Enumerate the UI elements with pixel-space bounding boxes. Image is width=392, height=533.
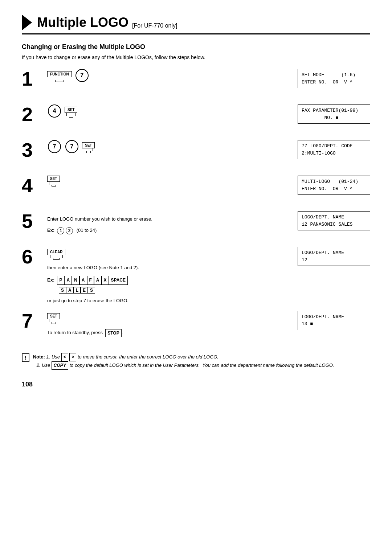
step-5-text: Enter LOGO number you wish to change or … xyxy=(47,211,298,234)
step-5-ex-label: Ex: xyxy=(47,227,56,233)
set-key-3[interactable]: SET xyxy=(82,142,95,153)
clear-key-foot xyxy=(50,255,63,260)
key-X: X xyxy=(102,276,109,285)
step-7-text: SET To return to standby, press STOP. xyxy=(47,311,298,337)
function-key[interactable]: FUNCTION xyxy=(47,71,72,82)
ex-circle-2: 2 xyxy=(66,227,73,234)
step-4: 4 SET MULTI-LOGO (01-24) ENTER NO. OR V … xyxy=(22,176,370,205)
step-6: 6 CLEAR then enter a new LOGO (see Note … xyxy=(22,247,370,304)
note-icon: ! xyxy=(22,353,29,362)
step-2: 2 4 SET FAX PARAMETER(01-99) N xyxy=(22,104,370,134)
step-3: 3 7 7 SET xyxy=(22,140,370,169)
step-7-display: LOGO/DEPT. NAME 13 ■ xyxy=(298,311,370,330)
step-2-number: 2 xyxy=(22,104,47,124)
step-1-content: FUNCTION 7 xyxy=(47,69,298,82)
key-L: L xyxy=(74,287,81,294)
key-7a-circle[interactable]: 7 xyxy=(48,140,61,153)
step-7-desc-text: To return to standby, press xyxy=(47,330,103,335)
step-5-number: 5 xyxy=(22,211,47,231)
step-5-ex-range: (01 to 24) xyxy=(77,227,97,233)
key-copy: COPY xyxy=(52,361,68,370)
step-4-display: MULTI-LOGO (01-24) ENTER NO. OR V ^ xyxy=(298,176,370,195)
step-5: 5 Enter LOGO number you wish to change o… xyxy=(22,211,370,240)
step-7-icons: SET xyxy=(47,313,298,324)
step-7-desc: To return to standby, press STOP. xyxy=(47,329,298,337)
header-arrow-icon xyxy=(22,15,32,30)
step-2-display: FAX PARAMETER(01-99) NO.=■ xyxy=(298,104,370,124)
key-right-arrow: > xyxy=(69,353,76,361)
steps-container: 1 FUNCTION 7 SET xyxy=(22,69,370,347)
page-title: Multiple LOGO xyxy=(37,15,128,30)
key-S2: S xyxy=(88,287,95,294)
set-key-4[interactable]: SET xyxy=(47,176,60,186)
key-A1: A xyxy=(64,276,72,285)
key-S: S xyxy=(59,287,66,294)
page-subtitle: [For UF-770 only] xyxy=(132,22,177,30)
step-6-icons: CLEAR xyxy=(47,249,298,260)
key-4-circle[interactable]: 4 xyxy=(48,104,61,118)
step-4-content: SET xyxy=(47,176,298,186)
section-heading: Changing or Erasing the Multiple LOGO xyxy=(22,43,370,51)
step-1-icons: FUNCTION 7 xyxy=(47,69,89,82)
function-key-foot xyxy=(51,77,68,82)
clear-key-label: CLEAR xyxy=(47,249,65,255)
step-6-ex-label: Ex: xyxy=(47,277,56,283)
note-item-2: 2. Use COPY to copy the default LOGO whi… xyxy=(37,362,334,368)
note-text: Note: 1. Use < > to move the cursor, the… xyxy=(33,353,334,370)
set-key-7[interactable]: SET xyxy=(47,313,60,324)
step-1-number: 1 xyxy=(22,69,47,89)
key-7-value: 7 xyxy=(75,69,89,82)
key-7-circle[interactable]: 7 xyxy=(75,69,89,82)
page-wrapper: Multiple LOGO [For UF-770 only] Changing… xyxy=(22,15,370,388)
step-3-icons: 7 7 SET xyxy=(47,140,95,153)
set-key-3-label: SET xyxy=(82,142,95,148)
step-2-content: 4 SET xyxy=(47,104,298,118)
section-intro: If you have to change or erase any of th… xyxy=(22,54,370,60)
key-SPACE: SPACE xyxy=(109,276,128,285)
step-6-number: 6 xyxy=(22,247,47,266)
step-6-ex: Ex: PANAFAXSPACE xyxy=(47,276,298,285)
set-key-4-label: SET xyxy=(47,176,60,182)
note-item-1: 1. Use < > to move the cursor, the enter… xyxy=(46,354,219,360)
key-N: N xyxy=(72,276,79,285)
step-5-display: LOGO/DEPT. NAME 12 PANASONIC SALES xyxy=(298,211,370,230)
step-6-ex-line2: SALES xyxy=(59,287,298,294)
key-7b-circle[interactable]: 7 xyxy=(65,140,78,153)
page-number: 108 xyxy=(22,381,370,388)
key-P: P xyxy=(57,276,64,285)
key-left-arrow: < xyxy=(61,353,68,361)
step-1-display: SET MODE (1-6) ENTER NO. OR V ^ xyxy=(298,69,370,88)
key-4-value: 4 xyxy=(48,104,61,118)
page-header: Multiple LOGO [For UF-770 only] xyxy=(22,15,370,34)
key-A3: A xyxy=(94,276,102,285)
note-section: ! Note: 1. Use < > to move the cursor, t… xyxy=(22,353,370,370)
set-key-3-foot xyxy=(84,148,93,153)
key-A4: A xyxy=(66,287,74,294)
step-6-display: LOGO/DEPT. NAME 12 xyxy=(298,247,370,266)
step-6-alt: or just go to step 7 to erase the LOGO. xyxy=(47,297,298,304)
step-5-ex: Ex: 1 2 (01 to 24) xyxy=(47,227,298,234)
step-7: 7 SET To return to standby, press STOP. xyxy=(22,311,370,340)
set-key-4-foot xyxy=(49,182,58,186)
step-3-display: 77 LOGO/DEPT. CODE 2:MULTI-LOGO xyxy=(298,140,370,159)
set-key-2-label: SET xyxy=(65,107,77,113)
step-6-text: CLEAR then enter a new LOGO (see Note 1 … xyxy=(47,247,298,304)
ex-circle-1: 1 xyxy=(57,227,64,234)
step-4-icons: SET xyxy=(47,176,60,186)
step-7-number: 7 xyxy=(22,311,47,331)
clear-key[interactable]: CLEAR xyxy=(47,249,65,260)
set-key-2-foot xyxy=(66,113,75,118)
stop-key: STOP xyxy=(105,329,121,337)
step-4-number: 4 xyxy=(22,176,47,195)
key-A2: A xyxy=(79,276,87,285)
step-3-content: 7 7 SET xyxy=(47,140,298,153)
step-2-icons: 4 SET xyxy=(47,104,77,118)
set-key-7-foot xyxy=(49,319,58,324)
function-key-label: FUNCTION xyxy=(47,71,72,77)
step-3-number: 3 xyxy=(22,140,47,160)
key-F: F xyxy=(87,276,94,285)
key-E: E xyxy=(81,287,88,294)
note-label: Note: xyxy=(33,354,45,360)
set-key-2[interactable]: SET xyxy=(65,107,77,118)
step-5-desc: Enter LOGO number you wish to change or … xyxy=(47,216,298,223)
